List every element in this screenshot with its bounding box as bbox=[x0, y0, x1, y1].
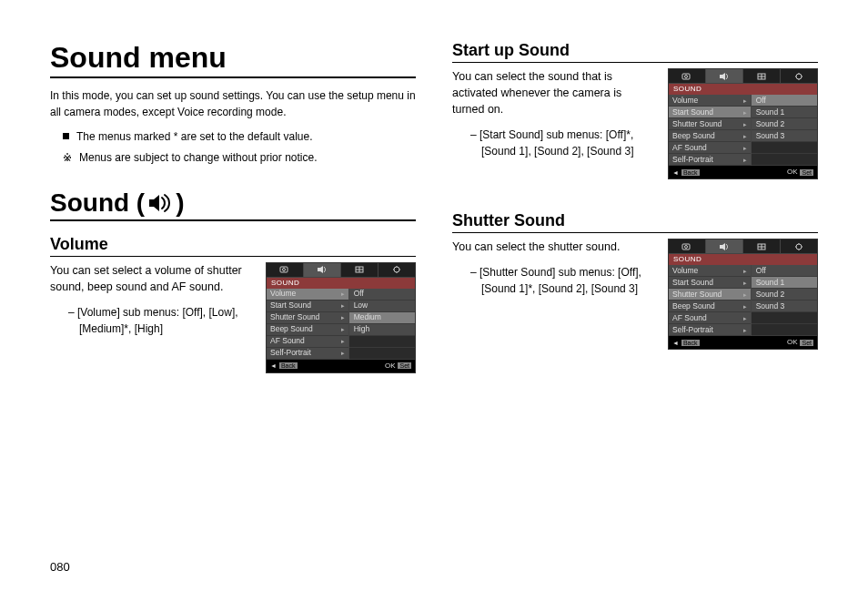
title-pre: Sound ( bbox=[50, 188, 145, 218]
startup-block: You can select the sound that is activat… bbox=[452, 68, 818, 179]
back-hint: ◄Back bbox=[672, 169, 700, 176]
menu-item: Start Sound▸ bbox=[267, 300, 348, 312]
sound-section-title: Sound ( ) bbox=[50, 188, 416, 221]
svg-rect-4 bbox=[682, 74, 690, 79]
option-item: Sound 2 bbox=[752, 118, 817, 130]
menu-item: Shutter Sound▸ bbox=[669, 289, 751, 300]
startup-lcd: SOUNDVolume▸Start Sound▸Shutter Sound▸Be… bbox=[668, 68, 818, 179]
volume-detail: – [Volume] sub menus: [Off], [Low], [Med… bbox=[68, 304, 253, 337]
menu-item: Shutter Sound▸ bbox=[267, 312, 348, 324]
svg-point-3 bbox=[394, 267, 399, 272]
menu-item: AF Sound▸ bbox=[669, 312, 751, 324]
intro-text: In this mode, you can set up sound setti… bbox=[50, 87, 416, 120]
menu-item: Start Sound▸ bbox=[669, 107, 751, 118]
shutter-desc: You can select the shutter sound. bbox=[452, 239, 655, 255]
notes: The menus marked * are set to the defaul… bbox=[63, 129, 416, 166]
menu-item: Shutter Sound▸ bbox=[669, 118, 751, 130]
menu-item: Beep Sound▸ bbox=[267, 324, 348, 336]
option-item: Medium bbox=[349, 312, 415, 324]
option-item: Sound 1 bbox=[752, 277, 817, 289]
volume-lcd: SOUNDVolume▸Start Sound▸Shutter Sound▸Be… bbox=[266, 262, 416, 373]
menu-item: AF Sound▸ bbox=[267, 336, 348, 348]
page-number: 080 bbox=[50, 560, 70, 574]
ok-hint: OKSet bbox=[787, 339, 813, 346]
svg-rect-8 bbox=[682, 244, 690, 250]
shutter-lcd: SOUNDVolume▸Start Sound▸Shutter Sound▸Be… bbox=[668, 239, 818, 350]
menu-item: Self-Portrait▸ bbox=[669, 154, 751, 166]
menu-item: AF Sound▸ bbox=[669, 142, 751, 154]
menu-item: Volume▸ bbox=[669, 95, 751, 107]
ok-hint: OKSet bbox=[385, 362, 411, 370]
asterisk-bullet-icon: ※ bbox=[63, 150, 72, 166]
startup-desc: You can select the sound that is activat… bbox=[452, 68, 655, 117]
page-title: Sound menu bbox=[50, 41, 416, 78]
back-hint: ◄Back bbox=[672, 340, 700, 346]
svg-point-5 bbox=[685, 75, 688, 77]
back-hint: ◄Back bbox=[270, 362, 298, 369]
speaker-icon bbox=[148, 193, 172, 213]
option-item: Low bbox=[349, 300, 415, 312]
menu-item: Beep Sound▸ bbox=[669, 130, 751, 142]
startup-heading: Start up Sound bbox=[452, 41, 818, 63]
option-item: Sound 3 bbox=[752, 130, 817, 142]
volume-desc: You can set select a volume of shutter s… bbox=[50, 262, 253, 295]
svg-point-11 bbox=[796, 244, 802, 250]
option-item: Sound 2 bbox=[752, 289, 817, 300]
option-item: High bbox=[349, 324, 415, 336]
svg-point-1 bbox=[283, 269, 286, 271]
menu-item: Volume▸ bbox=[669, 265, 751, 277]
note-default: The menus marked * are set to the defaul… bbox=[76, 129, 312, 145]
menu-item: Self-Portrait▸ bbox=[669, 324, 751, 336]
menu-item: Self-Portrait▸ bbox=[267, 348, 348, 360]
option-item: Off bbox=[752, 95, 817, 107]
menu-item: Start Sound▸ bbox=[669, 277, 751, 289]
svg-rect-0 bbox=[280, 267, 288, 272]
shutter-detail: – [Shutter Sound] sub menus: [Off], [Sou… bbox=[470, 264, 655, 297]
volume-block: You can set select a volume of shutter s… bbox=[50, 262, 416, 373]
option-item: Off bbox=[752, 265, 817, 277]
lcd-header: SOUND bbox=[669, 254, 817, 265]
menu-item: Volume▸ bbox=[267, 289, 348, 300]
option-item: Sound 1 bbox=[752, 107, 817, 118]
svg-point-7 bbox=[796, 74, 802, 79]
square-bullet-icon bbox=[63, 133, 69, 139]
svg-point-9 bbox=[685, 245, 688, 248]
menu-item: Beep Sound▸ bbox=[669, 300, 751, 312]
ok-hint: OKSet bbox=[787, 168, 813, 176]
lcd-header: SOUND bbox=[267, 278, 415, 289]
shutter-heading: Shutter Sound bbox=[452, 211, 818, 233]
shutter-block: You can select the shutter sound. – [Shu… bbox=[452, 239, 818, 350]
note-change: Menus are subject to change without prio… bbox=[79, 150, 317, 166]
volume-heading: Volume bbox=[50, 235, 416, 257]
option-item: Off bbox=[349, 289, 415, 300]
option-item: Sound 3 bbox=[752, 300, 817, 312]
startup-detail: – [Start Sound] sub menus: [Off]*, [Soun… bbox=[470, 127, 655, 159]
title-post: ) bbox=[176, 188, 184, 218]
lcd-header: SOUND bbox=[669, 84, 817, 95]
